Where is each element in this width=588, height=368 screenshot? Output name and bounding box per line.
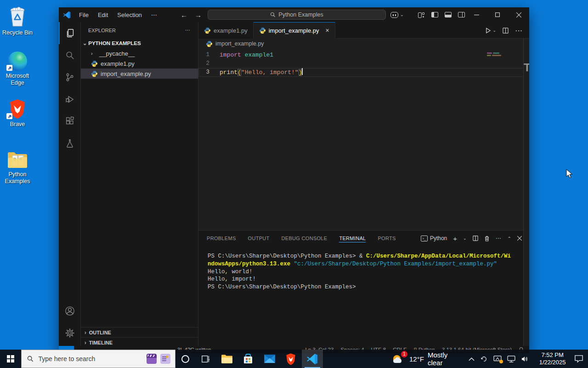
menu-file[interactable]: File — [75, 10, 92, 20]
chevron-down-icon[interactable]: ⌄ — [463, 236, 467, 241]
more-actions-icon[interactable]: ⋯ — [496, 235, 502, 242]
settings-gear-icon[interactable] — [59, 322, 81, 344]
panel-tab-output[interactable]: OUTPUT — [248, 236, 270, 241]
desktop-icon-python-examples[interactable]: Python Examples — [0, 148, 35, 185]
menu-more[interactable]: ⋯ — [147, 10, 161, 20]
copilot-button[interactable]: ⌄ — [390, 12, 404, 18]
tree-item-import-example[interactable]: import_example.py — [81, 69, 198, 79]
customize-layout-icon[interactable] — [418, 12, 425, 17]
terminal-line-3: Hello, world! — [208, 268, 529, 276]
taskbar-clock[interactable]: 7:52 PM 1/22/2025 — [536, 351, 570, 366]
search-placeholder: Type here to search — [38, 355, 95, 362]
breadcrumb[interactable]: import_example.py — [198, 39, 529, 49]
toggle-panel-icon[interactable] — [445, 12, 452, 17]
taskbar-search-input[interactable]: Type here to search — [21, 350, 175, 368]
toggle-secondary-sidebar-icon[interactable] — [458, 12, 465, 17]
mail-icon — [264, 354, 276, 363]
toggle-sidebar-icon[interactable] — [431, 12, 438, 17]
recycle-bin-icon — [0, 6, 35, 28]
panel-tab-terminal[interactable]: TERMINAL — [339, 236, 366, 242]
split-terminal-icon[interactable] — [473, 236, 478, 241]
weather-widget[interactable]: 1 12°F Mostly clear — [392, 351, 462, 367]
minimize-button[interactable] — [466, 7, 487, 22]
menu-edit[interactable]: Edit — [94, 10, 112, 20]
run-python-file-button[interactable]: ⌄ — [485, 28, 496, 34]
split-editor-icon[interactable] — [503, 28, 509, 34]
code-line-1[interactable]: 1import example1 — [198, 51, 529, 59]
file-explorer-icon — [221, 354, 233, 364]
desktop-icon-label: Recycle Bin — [0, 29, 35, 36]
terminal-output[interactable]: PS C:\Users\Sharpe\Desktop\Python Exampl… — [198, 246, 529, 291]
file-explorer-button[interactable] — [216, 350, 237, 368]
source-control-activity-icon[interactable] — [59, 66, 81, 88]
microsoft-store-button[interactable] — [237, 350, 259, 368]
code-line-2[interactable]: 2 — [198, 59, 529, 68]
desktop-icon-label: Brave — [0, 121, 35, 128]
search-icon — [270, 12, 276, 17]
code-editor[interactable]: 1import example123print("Hello, import!"… — [198, 49, 529, 230]
vscode-icon — [306, 353, 318, 365]
search-icon — [27, 356, 34, 362]
explorer-more-actions[interactable]: ⋯ — [185, 27, 191, 33]
code-line-3[interactable]: 3print("Hello, import!") — [198, 68, 529, 77]
run-debug-activity-icon[interactable] — [59, 88, 81, 110]
title-bar: File Edit Selection ⋯ ← → Python Example… — [59, 7, 529, 22]
panel-tab-ports[interactable]: PORTS — [378, 236, 396, 241]
maximize-panel-icon[interactable]: ⌃ — [508, 236, 511, 241]
back-arrow-icon[interactable]: ← — [181, 11, 187, 19]
tab-import-example[interactable]: import_example.py × — [254, 22, 335, 39]
menu-selection[interactable]: Selection — [113, 10, 145, 20]
tree-item-example1[interactable]: example1.py — [81, 58, 198, 69]
terminal-line-4: Hello, import! — [208, 276, 529, 283]
desktop-icon-brave[interactable]: ↗ Brave — [0, 98, 35, 128]
explorer-activity-icon[interactable] — [59, 22, 81, 44]
vscode-logo-icon — [63, 11, 71, 19]
more-actions-icon[interactable]: ⋯ — [515, 26, 523, 35]
movies-icon[interactable] — [147, 354, 157, 364]
update-tray-icon[interactable] — [493, 356, 502, 362]
task-view-button[interactable] — [195, 350, 216, 368]
editor-overflow-strip[interactable]: T — [523, 39, 529, 346]
close-button[interactable] — [508, 7, 529, 22]
start-button[interactable] — [0, 350, 21, 368]
maximize-button[interactable] — [487, 7, 508, 22]
minimap[interactable] — [487, 52, 505, 57]
chevron-down-icon: ⌄ — [492, 28, 496, 33]
action-center-button[interactable] — [569, 355, 588, 363]
brave-taskbar-button[interactable] — [280, 350, 301, 368]
tree-item-pycache[interactable]: › __pycache__ — [81, 48, 198, 58]
close-panel-icon[interactable] — [517, 236, 522, 241]
tray-expand-icon[interactable] — [469, 357, 475, 361]
cortana-button[interactable] — [175, 355, 195, 363]
testing-activity-icon[interactable] — [59, 132, 81, 155]
extensions-activity-icon[interactable] — [59, 110, 81, 132]
outline-section[interactable]: › OUTLINE — [81, 327, 198, 337]
sync-icon[interactable] — [480, 355, 488, 363]
command-center-search[interactable]: Python Examples — [208, 10, 386, 20]
volume-icon[interactable] — [521, 356, 529, 362]
chevron-down-icon: ⌄ — [400, 12, 404, 17]
desktop-icon-recycle-bin[interactable]: Recycle Bin — [0, 6, 35, 36]
network-icon[interactable] — [507, 356, 515, 362]
vscode-taskbar-button[interactable] — [302, 350, 323, 368]
panel-tab-problems[interactable]: PROBLEMS — [207, 236, 236, 241]
mail-button[interactable] — [259, 350, 280, 368]
tab-example1[interactable]: example1.py — [198, 22, 254, 39]
tab-close-icon[interactable]: × — [326, 27, 329, 34]
forward-arrow-icon[interactable]: → — [195, 11, 202, 19]
copilot-icon — [390, 12, 398, 18]
activity-bar — [59, 22, 81, 346]
search-text: Python Examples — [278, 12, 323, 18]
project-root-folder[interactable]: ⌄ PYTHON EXAMPLES — [81, 38, 198, 48]
python-file-icon — [204, 27, 211, 34]
desktop-icon-label: Python Examples — [0, 171, 35, 185]
search-activity-icon[interactable] — [59, 44, 81, 66]
account-icon[interactable] — [59, 300, 81, 322]
terminal-profile-badge[interactable]: >_ Python — [421, 235, 447, 242]
explorer-sidebar: EXPLORER ⋯ ⌄ PYTHON EXAMPLES › __pycache… — [81, 22, 198, 346]
news-icon[interactable] — [160, 354, 170, 364]
panel-tab-debug-console[interactable]: DEBUG CONSOLE — [282, 236, 328, 241]
new-terminal-icon[interactable]: + — [453, 235, 457, 242]
desktop-icon-edge[interactable]: ↗ Microsoft Edge — [0, 50, 35, 86]
kill-terminal-icon[interactable] — [484, 236, 490, 242]
